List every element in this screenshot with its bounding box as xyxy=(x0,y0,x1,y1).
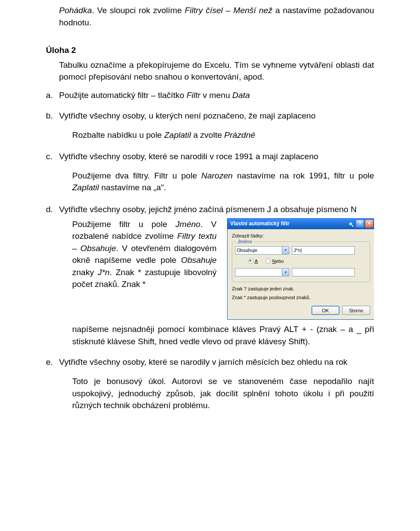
item-a: a. Použijte automatický filtr – tlačítko… xyxy=(46,89,374,101)
radio-or[interactable]: Nebo xyxy=(266,258,284,265)
intro-paragraph: Pohádka. Ve sloupci rok zvolíme Filtry č… xyxy=(46,4,374,28)
item-c: c. Vytřiďte všechny osoby, které se naro… xyxy=(46,150,374,194)
dialog-titlebar[interactable]: Vlastní automatický filtr ↖ ? × xyxy=(228,219,374,229)
chevron-down-icon[interactable]: ▾ xyxy=(282,247,289,254)
ok-button[interactable]: OK xyxy=(312,306,340,315)
intro-italic-1: Pohádka xyxy=(59,6,92,15)
condition-2-combo[interactable]: ▾ xyxy=(235,268,289,276)
radio-and[interactable]: A xyxy=(248,258,258,265)
uloha-title: Úloha 2 xyxy=(46,44,374,56)
item-d-answer: Použijeme filtr u pole Jméno. V rozbalen… xyxy=(59,218,217,290)
value-2-input[interactable] xyxy=(292,268,355,276)
condition-1-combo[interactable]: Obsahuje ▾ xyxy=(235,246,289,255)
value-1-input[interactable]: J*n| xyxy=(292,246,355,255)
chevron-down-icon[interactable]: ▾ xyxy=(282,269,289,276)
item-a-marker: a. xyxy=(46,89,53,101)
item-c-answer: Použijeme dva filtry. Filtr u pole Naroz… xyxy=(59,170,374,194)
cancel-button[interactable]: Storno xyxy=(342,306,370,315)
item-e-answer: Toto je bonusový úkol. Autorovi se ve st… xyxy=(59,375,374,412)
radio-dot-icon xyxy=(266,259,271,264)
radio-dot-icon xyxy=(248,259,253,264)
hint-1: Znak ? zastupuje jeden znak. xyxy=(232,286,370,293)
group-label: Jméno xyxy=(236,238,254,245)
hint-2: Znak * zastupuje posloupnost znaků. xyxy=(232,294,370,301)
dialog-title: Vlastní automatický filtr xyxy=(230,220,289,227)
filter-group: Jméno Obsahuje ▾ J*n| xyxy=(232,241,370,283)
item-e: e. Vytřiďte všechny osoby, které se naro… xyxy=(46,356,374,411)
autofilter-dialog: Vlastní automatický filtr ↖ ? × Zobrazit… xyxy=(227,218,374,320)
item-b: b. Vytřiďte všechny osoby, u kterých nen… xyxy=(46,110,374,141)
item-c-marker: c. xyxy=(46,150,52,163)
item-b-marker: b. xyxy=(46,110,53,122)
item-d: d. Vytřiďte všechny osoby, jejichž jméno… xyxy=(46,203,374,347)
help-button[interactable]: ? xyxy=(356,220,364,228)
item-d-continuation: napíšeme nejsnadněji pomocí kombinace kl… xyxy=(59,323,374,347)
item-e-marker: e. xyxy=(46,356,53,368)
item-d-marker: d. xyxy=(46,203,53,216)
item-b-answer: Rozbalte nabídku u pole Zaplatil a zvolt… xyxy=(59,129,374,141)
intro-italic-2: Filtry čísel – Menší než xyxy=(185,6,272,15)
uloha-intro: Tabulku označíme a překopírujeme do Exce… xyxy=(46,59,374,83)
cursor-icon: ↖ xyxy=(349,220,354,230)
close-button[interactable]: × xyxy=(365,220,373,228)
